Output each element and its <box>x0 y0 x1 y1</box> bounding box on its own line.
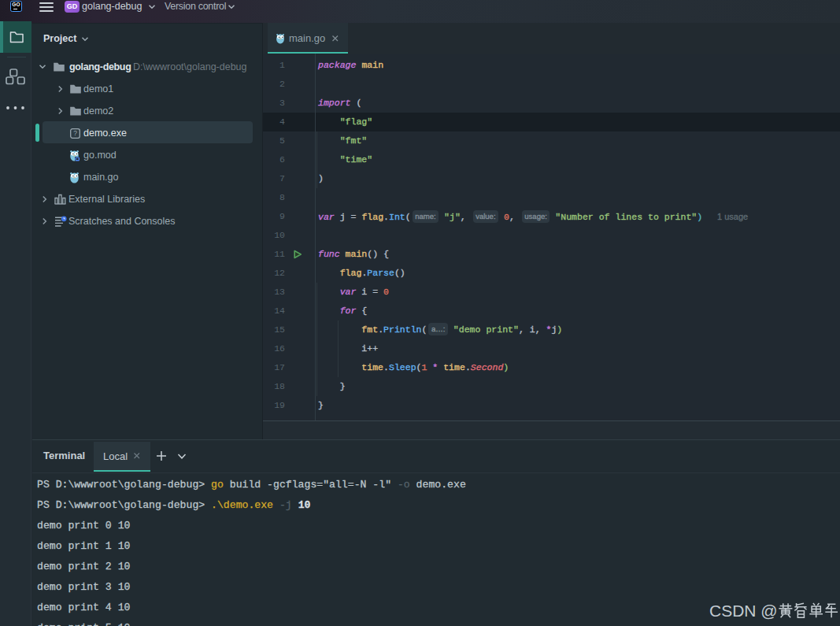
svg-text:?: ? <box>73 129 77 137</box>
